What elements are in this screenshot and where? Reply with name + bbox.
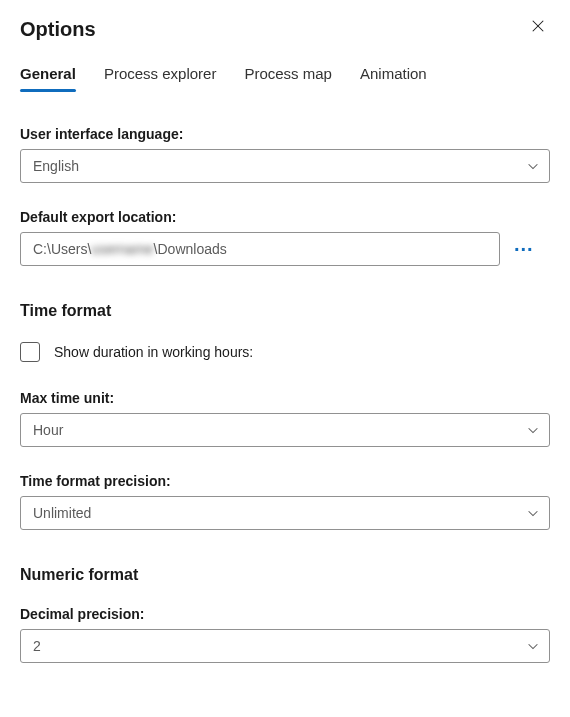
show-duration-label: Show duration in working hours: — [54, 344, 253, 360]
decimal-precision-label: Decimal precision: — [20, 606, 550, 622]
export-path-prefix: C:\Users\ — [33, 241, 91, 257]
export-path-suffix: \Downloads — [154, 241, 227, 257]
language-select[interactable]: English — [20, 149, 550, 183]
tab-process-map[interactable]: Process map — [244, 65, 332, 90]
tab-process-explorer[interactable]: Process explorer — [104, 65, 217, 90]
tabs-container: General Process explorer Process map Ani… — [20, 65, 550, 90]
browse-button[interactable]: ··· — [510, 240, 538, 258]
time-format-heading: Time format — [20, 302, 550, 320]
ellipsis-icon: ··· — [514, 238, 534, 260]
export-path-user: username — [91, 241, 153, 257]
show-duration-checkbox[interactable] — [20, 342, 40, 362]
decimal-precision-select[interactable]: 2 — [20, 629, 550, 663]
time-precision-select[interactable]: Unlimited — [20, 496, 550, 530]
max-time-unit-select[interactable]: Hour — [20, 413, 550, 447]
language-label: User interface language: — [20, 126, 550, 142]
numeric-format-heading: Numeric format — [20, 566, 550, 584]
export-location-input[interactable]: C:\Users\username\Downloads — [20, 232, 500, 266]
close-button[interactable] — [526, 16, 550, 40]
dialog-title: Options — [20, 18, 96, 41]
close-icon — [531, 19, 545, 37]
export-location-label: Default export location: — [20, 209, 550, 225]
time-precision-label: Time format precision: — [20, 473, 550, 489]
tab-animation[interactable]: Animation — [360, 65, 427, 90]
max-time-unit-label: Max time unit: — [20, 390, 550, 406]
tab-general[interactable]: General — [20, 65, 76, 90]
